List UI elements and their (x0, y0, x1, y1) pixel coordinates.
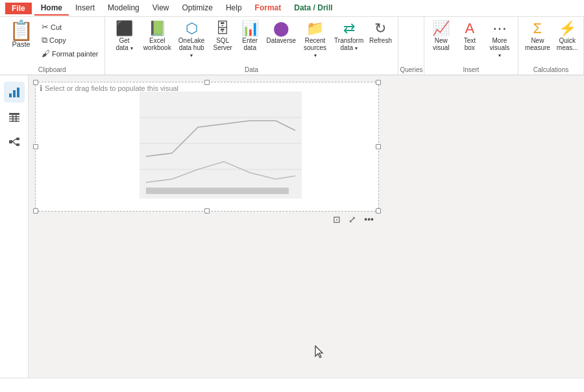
enter-data-button[interactable]: 📊 Enterdata (237, 19, 263, 53)
new-measure-label: Newmeasure (525, 37, 550, 51)
new-visual-button[interactable]: 📈 Newvisual (428, 19, 454, 53)
ribbon: 📋 Paste ✂ Cut ⧉ Copy 🖌 Format painter Cl… (0, 17, 584, 75)
insert-group: 📈 Newvisual A Text box ⋯ Morevisuals ▾ I… (424, 17, 518, 75)
calculations-group: Σ Newmeasure ⚡ Quickmeas... Calculations (518, 17, 584, 75)
refresh-button[interactable]: ↻ Refresh (367, 19, 395, 46)
svg-line-13 (12, 141, 16, 145)
recent-sources-button[interactable]: 📁 Recentsources ▾ (299, 19, 330, 60)
onelake-button[interactable]: ⬡ OneLakedata hub ▾ (175, 19, 208, 60)
new-measure-button[interactable]: Σ Newmeasure (522, 19, 553, 53)
visual-toolbar: ⊡ ⤢ ••• (328, 211, 378, 228)
clipboard-items: 📋 Paste ✂ Cut ⧉ Copy 🖌 Format painter (4, 19, 101, 66)
svg-rect-4 (9, 116, 19, 117)
calc-items: Σ Newmeasure ⚡ Quickmeas... (522, 19, 581, 65)
sidebar-icon-table[interactable] (4, 106, 25, 127)
insert-menu[interactable]: Insert (69, 1, 101, 16)
svg-rect-0 (9, 93, 12, 97)
svg-rect-9 (9, 140, 12, 143)
handle-mr[interactable] (376, 144, 381, 149)
menu-bar: File Home Insert Modeling View Optimize … (0, 0, 584, 17)
get-data-button[interactable]: ⬛ Getdata ▾ (109, 19, 140, 53)
svg-rect-1 (13, 90, 16, 97)
sidebar-icon-model[interactable] (4, 131, 25, 152)
svg-line-12 (12, 139, 16, 141)
svg-rect-2 (17, 88, 19, 97)
new-measure-icon: Σ (533, 21, 542, 36)
more-visuals-label: Morevisuals ▾ (488, 37, 511, 58)
text-box-button[interactable]: A Text box (456, 19, 484, 53)
dataverse-label: Dataverse (266, 37, 296, 44)
excel-icon: 📗 (149, 21, 166, 36)
dataverse-icon: ⬤ (273, 21, 289, 36)
quick-measure-button[interactable]: ⚡ Quickmeas... (554, 19, 581, 53)
copy-button[interactable]: ⧉ Copy (40, 34, 101, 47)
clipboard-small-btns: ✂ Cut ⧉ Copy 🖌 Format painter (40, 21, 101, 60)
filter-tool-btn[interactable]: ⊡ (330, 213, 343, 226)
transform-icon: ⇄ (343, 21, 355, 36)
quick-measure-icon: ⚡ (559, 21, 576, 36)
transform-label: Transformdata ▾ (334, 37, 363, 51)
get-data-icon: ⬛ (116, 21, 133, 36)
modeling-menu[interactable]: Modeling (101, 1, 146, 16)
refresh-icon: ↻ (374, 21, 386, 36)
cursor (314, 345, 324, 358)
insert-label: Insert (428, 65, 514, 73)
svg-rect-18 (146, 188, 289, 194)
insert-items: 📈 Newvisual A Text box ⋯ Morevisuals ▾ (428, 19, 514, 65)
visual-container[interactable]: ℹ Select or drag fields to populate this… (35, 82, 379, 212)
datadrill-menu[interactable]: Data / Drill (287, 1, 339, 16)
view-menu[interactable]: View (146, 1, 176, 16)
onelake-icon: ⬡ (186, 21, 198, 36)
copy-icon: ⧉ (42, 35, 47, 45)
more-options-btn[interactable]: ••• (361, 213, 376, 226)
enter-data-label: Enterdata (242, 37, 258, 51)
handle-bl[interactable] (33, 208, 38, 214)
handle-tl[interactable] (33, 80, 38, 85)
more-visuals-button[interactable]: ⋯ Morevisuals ▾ (485, 19, 514, 60)
focus-tool-btn[interactable]: ⤢ (346, 213, 359, 226)
transform-data-button[interactable]: ⇄ Transformdata ▾ (332, 19, 366, 53)
recent-sources-icon: 📁 (306, 21, 324, 36)
data-label: Data (109, 65, 395, 73)
sql-label: SQLServer (213, 37, 232, 51)
format-menu[interactable]: Format (249, 1, 288, 16)
clipboard-label: Clipboard (4, 66, 101, 73)
optimize-menu[interactable]: Optimize (176, 1, 219, 16)
sql-server-button[interactable]: 🗄 SQLServer (210, 19, 236, 53)
queries-label: Queries (400, 65, 422, 73)
paste-button[interactable]: 📋 Paste (4, 19, 38, 49)
svg-rect-3 (9, 113, 19, 115)
dataverse-button[interactable]: ⬤ Dataverse (264, 19, 298, 46)
svg-rect-8 (16, 113, 17, 122)
svg-rect-10 (16, 138, 19, 140)
get-data-label: Getdata ▾ (116, 37, 132, 51)
home-menu[interactable]: Home (34, 1, 69, 16)
handle-bc[interactable] (204, 208, 210, 214)
excel-workbook-button[interactable]: 📗 Excelworkbook (141, 19, 173, 53)
main-area: ℹ Select or drag fields to populate this… (0, 75, 584, 378)
refresh-label: Refresh (369, 37, 392, 44)
sidebar-icon-report[interactable] (4, 82, 25, 103)
new-visual-label: Newvisual (433, 37, 450, 51)
format-painter-button[interactable]: 🖌 Format painter (40, 47, 101, 60)
handle-tr[interactable] (376, 80, 381, 85)
clipboard-group: 📋 Paste ✂ Cut ⧉ Copy 🖌 Format painter Cl… (0, 17, 105, 75)
paste-icon: 📋 (9, 21, 33, 40)
cut-button[interactable]: ✂ Cut (40, 21, 101, 33)
text-box-icon: A (465, 21, 474, 36)
enter-data-icon: 📊 (241, 21, 259, 36)
more-visuals-icon: ⋯ (493, 21, 507, 36)
canvas-area[interactable]: ℹ Select or drag fields to populate this… (29, 75, 584, 378)
excel-label: Excelworkbook (143, 37, 171, 51)
help-menu[interactable]: Help (219, 1, 249, 16)
new-visual-icon: 📈 (432, 21, 450, 36)
handle-ml[interactable] (33, 144, 38, 149)
svg-rect-6 (9, 121, 19, 122)
svg-rect-7 (12, 113, 14, 122)
file-menu[interactable]: File (5, 3, 32, 14)
handle-tc[interactable] (204, 80, 210, 85)
queries-divider: Queries (398, 17, 424, 75)
left-sidebar (0, 75, 29, 378)
svg-rect-5 (9, 119, 19, 120)
chart-svg (140, 92, 302, 199)
